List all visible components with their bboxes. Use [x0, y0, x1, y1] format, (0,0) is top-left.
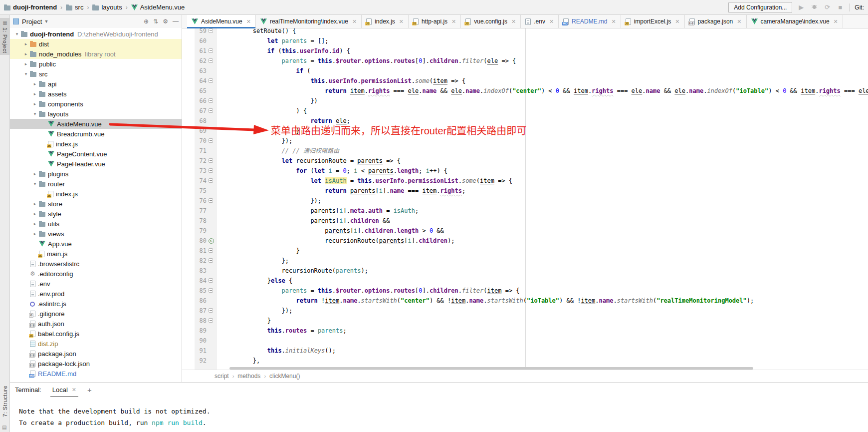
fold-marker-icon[interactable]	[209, 198, 213, 203]
tree-row[interactable]: ▾src	[10, 69, 182, 79]
tree-row[interactable]: ▸store	[10, 199, 182, 209]
tree-row[interactable]: ▸plugins	[10, 169, 182, 179]
code-line[interactable]: 91 this.initialKeys();	[182, 346, 868, 356]
editor-breadcrumb-item[interactable]: methods	[237, 373, 260, 380]
fold-marker-icon[interactable]	[209, 78, 213, 83]
close-icon[interactable]: ✕	[611, 18, 616, 25]
tree-row[interactable]: ▸components	[10, 99, 182, 109]
editor-tab[interactable]: cameraManage\index.vue✕	[747, 15, 843, 28]
close-icon[interactable]: ✕	[511, 18, 516, 25]
coverage-icon[interactable]: ⟳	[823, 3, 831, 11]
editor-tab[interactable]: AsideMenu.vue✕	[187, 15, 256, 28]
editor-tab[interactable]: JSvue.config.js✕	[461, 15, 521, 28]
fold-marker-icon[interactable]	[209, 158, 213, 163]
tree-row[interactable]: ▸dist	[10, 39, 182, 49]
tree-row[interactable]: ▸views	[10, 229, 182, 239]
close-icon[interactable]: ✕	[737, 18, 741, 25]
fold-marker-icon[interactable]	[209, 178, 213, 183]
fold-marker-icon[interactable]	[209, 318, 213, 323]
breadcrumb-item[interactable]: AsideMenu.vue	[131, 3, 185, 11]
fold-marker-icon[interactable]	[209, 308, 213, 313]
chevron-right-icon[interactable]: ▸	[22, 51, 30, 56]
recursive-call-icon[interactable]: ↻	[209, 238, 214, 244]
chevron-right-icon[interactable]: ▸	[31, 211, 39, 216]
code-line[interactable]: 65 return item.rights === ele.name && el…	[182, 86, 868, 96]
project-panel-title[interactable]: Project	[22, 18, 42, 25]
chevron-right-icon[interactable]: ▸	[31, 101, 39, 106]
chevron-right-icon[interactable]: ▸	[31, 201, 39, 206]
run-icon[interactable]: ▶	[797, 3, 805, 11]
tree-row[interactable]: JSindex.js	[10, 139, 182, 149]
code-line[interactable]: 88 }	[182, 316, 868, 326]
tree-row[interactable]: ▾duoji-frontendD:\zheheWeb\duoji-fronten…	[10, 29, 182, 39]
chevron-down-icon[interactable]: ▾	[31, 181, 39, 186]
tree-row[interactable]: ⚙.editorconfig	[10, 269, 182, 279]
fold-marker-icon[interactable]	[209, 58, 213, 63]
terminal-tab-local[interactable]: Local ✕	[50, 384, 78, 396]
code-line[interactable]: 80↻ recursionRoute(parents[i].children);	[182, 236, 868, 246]
tree-row[interactable]: {..}auth.json	[10, 319, 182, 329]
fold-marker-icon[interactable]	[209, 288, 213, 293]
tree-row[interactable]: ▸api	[10, 79, 182, 89]
breadcrumb-item[interactable]: duoji-frontend	[4, 3, 57, 11]
collapse-all-icon[interactable]: ⇅	[153, 18, 158, 25]
editor-tab[interactable]: JSimportExcel.js✕	[621, 15, 685, 28]
tree-row[interactable]: dist.zip	[10, 339, 182, 349]
tree-row[interactable]: App.vue	[10, 239, 182, 249]
fold-marker-icon[interactable]	[209, 108, 213, 113]
editor-breadcrumb-item[interactable]: clickMenu()	[269, 373, 300, 380]
code-line[interactable]: 59 setRoute() {	[182, 28, 868, 36]
chevron-right-icon[interactable]: ▸	[22, 61, 30, 66]
code-line[interactable]: 87 });	[182, 306, 868, 316]
chevron-right-icon[interactable]: ▸	[31, 231, 39, 236]
tree-row[interactable]: JSindex.js	[10, 189, 182, 199]
fold-marker-icon[interactable]	[209, 168, 213, 173]
tree-row[interactable]: PageContent.vue	[10, 149, 182, 159]
stop-icon[interactable]: ■	[836, 3, 844, 11]
code-line[interactable]: 64 this.userInfo.permissionList.some(ite…	[182, 76, 868, 86]
tree-row[interactable]: .env	[10, 279, 182, 289]
code-line[interactable]: 71 // // 递归权限路由	[182, 146, 868, 156]
chevron-right-icon[interactable]: ▸	[31, 171, 39, 176]
code-line[interactable]: 78 parents[i].children &&	[182, 216, 868, 226]
code-line[interactable]: 72 let recursionRoute = parents => {	[182, 156, 868, 166]
code-line[interactable]: 83 recursionRoute(parents);	[182, 266, 868, 276]
tree-row[interactable]: ▸node_moduleslibrary root	[10, 49, 182, 59]
locate-icon[interactable]: ⊕	[144, 18, 149, 25]
editor-tab[interactable]: MDREADME.md✕	[559, 15, 621, 28]
code-line[interactable]: 66 })	[182, 96, 868, 106]
code-line[interactable]: 82 };	[182, 256, 868, 266]
code-line[interactable]: 75 return parents[i].name === item.right…	[182, 186, 868, 196]
close-icon[interactable]: ✕	[72, 387, 76, 393]
code-line[interactable]: 92 },	[182, 356, 868, 366]
code-line[interactable]: 74 let isAuth = this.userInfo.permission…	[182, 176, 868, 186]
chevron-down-icon[interactable]: ▾	[31, 111, 39, 116]
code-line[interactable]: 63 if (	[182, 66, 868, 76]
chevron-down-icon[interactable]: ▼	[44, 19, 48, 24]
tree-row[interactable]: {..}package.json	[10, 349, 182, 359]
tree-row[interactable]: ▸style	[10, 209, 182, 219]
hide-panel-icon[interactable]: —	[173, 18, 179, 25]
close-icon[interactable]: ✕	[352, 18, 357, 25]
tree-row[interactable]: ▸public	[10, 59, 182, 69]
fold-marker-icon[interactable]	[209, 28, 213, 33]
editor-tab[interactable]: JSindex.js✕	[362, 15, 409, 28]
breadcrumb-item[interactable]: layouts	[92, 3, 122, 11]
fold-marker-icon[interactable]	[209, 138, 213, 143]
tool-button-project[interactable]: ▦ 1: Project	[0, 18, 10, 55]
close-icon[interactable]: ✕	[399, 18, 404, 25]
tree-row[interactable]: ⊘.gitignore	[10, 309, 182, 319]
structure-tool-icon[interactable]: ▤	[2, 425, 6, 430]
add-configuration-button[interactable]: Add Configuration...	[728, 2, 792, 13]
fold-marker-icon[interactable]	[209, 248, 213, 253]
fold-marker-icon[interactable]	[209, 258, 213, 263]
debug-icon[interactable]	[810, 3, 818, 11]
tree-row[interactable]: MDREADME.md	[10, 369, 182, 379]
code-line[interactable]: 79 parents[i].children.length > 0 &&	[182, 226, 868, 236]
fold-marker-icon[interactable]	[209, 278, 213, 283]
code-line[interactable]: 77 parents[i].meta.auth = isAuth;	[182, 206, 868, 216]
close-icon[interactable]: ✕	[246, 18, 251, 25]
close-icon[interactable]: ✕	[675, 18, 679, 25]
tree-row[interactable]: .browserslistrc	[10, 259, 182, 269]
tree-row[interactable]: PageHeader.vue	[10, 159, 182, 169]
